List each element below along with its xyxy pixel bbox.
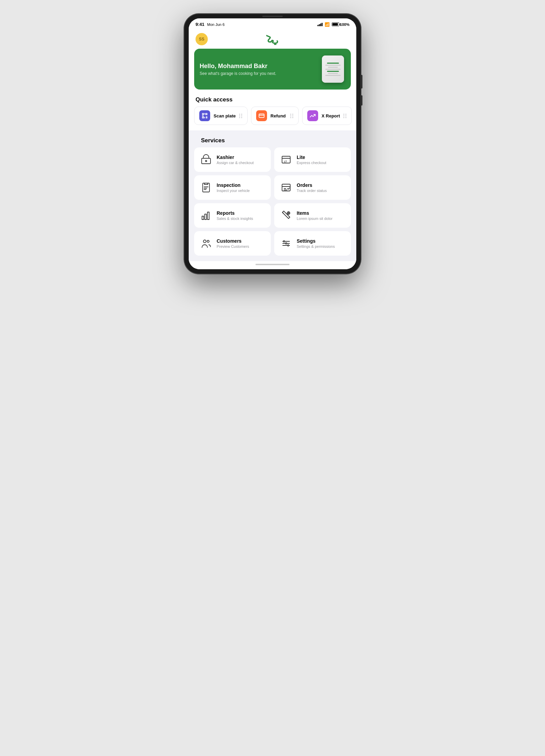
quick-card-x-report[interactable]: X Report <box>302 107 352 125</box>
drag-handle <box>343 114 347 118</box>
hero-greeting: Hello, Mohammad Bakr <box>200 63 322 70</box>
settings-icon <box>280 237 293 250</box>
kashier-name: Kashier <box>217 155 265 160</box>
customers-icon <box>200 237 213 250</box>
tablet-screen: 9:41 Mon Jun 6 📶 100% <box>189 18 356 269</box>
service-card-lite[interactable]: LT Lite Express checkout <box>274 147 351 172</box>
svg-point-15 <box>207 240 209 242</box>
svg-point-14 <box>203 240 206 243</box>
status-time: 9:41 <box>196 22 204 27</box>
items-desc: Lorem ipsum sit dolor <box>297 216 345 221</box>
service-card-reports[interactable]: Reports Sales & stock insights <box>194 203 271 228</box>
service-card-settings[interactable]: Settings Settings & permissions <box>274 231 351 256</box>
service-card-kashier[interactable]: Kashier Assign car & checkout <box>194 147 271 172</box>
scan-plate-label: Scan plate <box>214 113 236 118</box>
hero-subtitle: See what's garage is cooking for you nex… <box>200 71 322 76</box>
reports-desc: Sales & stock insights <box>217 216 265 221</box>
drag-handle <box>239 114 243 118</box>
svg-point-18 <box>287 245 289 246</box>
x-report-label: X Report <box>322 113 340 118</box>
svg-point-5 <box>205 160 207 162</box>
battery-indicator: 100% <box>332 22 349 27</box>
user-avatar[interactable]: SS <box>196 33 208 45</box>
svg-rect-2 <box>202 117 204 118</box>
inspection-icon <box>200 181 213 194</box>
customers-name: Customers <box>217 238 265 244</box>
drag-handle <box>290 114 294 118</box>
reports-icon <box>200 209 213 222</box>
refund-icon <box>256 110 267 121</box>
svg-rect-1 <box>206 113 207 115</box>
svg-point-16 <box>283 241 285 242</box>
app-logo: كي <box>267 34 278 45</box>
svg-rect-4 <box>202 158 211 164</box>
services-grid: Kashier Assign car & checkout LT <box>194 147 351 256</box>
svg-rect-3 <box>259 114 264 118</box>
customers-desc: Preview Customers <box>217 244 265 248</box>
svg-rect-0 <box>202 113 204 115</box>
inspection-desc: Inspect your vehicle <box>217 189 265 193</box>
svg-rect-10 <box>202 216 204 220</box>
scan-plate-icon <box>199 110 210 121</box>
quick-access-list: Scan plate <box>189 107 356 128</box>
x-report-icon <box>307 110 318 121</box>
inspection-name: Inspection <box>217 182 265 188</box>
items-name: Items <box>297 210 345 216</box>
lite-name: Lite <box>297 155 345 160</box>
refund-label: Refund <box>270 113 287 118</box>
app-header: SS كي <box>189 29 356 49</box>
service-card-inspection[interactable]: Inspection Inspect your vehicle <box>194 175 271 200</box>
lite-desc: Express checkout <box>297 161 345 165</box>
services-section: Services K <box>189 130 356 261</box>
svg-rect-11 <box>205 214 206 220</box>
quick-access-title: Quick access <box>189 95 356 107</box>
orders-icon <box>280 181 293 194</box>
hero-banner: Hello, Mohammad Bakr See what's garage i… <box>194 49 351 90</box>
svg-point-17 <box>285 243 287 244</box>
orders-desc: Track order status <box>297 189 345 193</box>
signal-icon <box>317 23 323 26</box>
home-indicator <box>189 261 356 269</box>
settings-name: Settings <box>297 238 345 244</box>
svg-text:LT: LT <box>284 160 287 163</box>
svg-rect-12 <box>207 212 209 220</box>
service-card-orders[interactable]: Orders Track order status <box>274 175 351 200</box>
settings-desc: Settings & permissions <box>297 244 345 248</box>
orders-name: Orders <box>297 182 345 188</box>
quick-card-scan-plate[interactable]: Scan plate <box>194 107 248 125</box>
home-bar <box>255 264 290 265</box>
wifi-icon: 📶 <box>325 22 330 27</box>
quick-access-section: Quick access Scan pla <box>189 95 356 130</box>
services-title: Services <box>194 136 351 147</box>
status-bar: 9:41 Mon Jun 6 📶 100% <box>189 18 356 29</box>
lite-icon: LT <box>280 153 293 166</box>
hero-phone-image <box>322 55 344 83</box>
items-icon <box>280 209 293 222</box>
quick-card-refund[interactable]: Refund <box>251 107 299 125</box>
tablet-device: 9:41 Mon Jun 6 📶 100% <box>184 14 361 274</box>
status-date: Mon Jun 6 <box>207 22 224 27</box>
service-card-customers[interactable]: Customers Preview Customers <box>194 231 271 256</box>
kashier-icon <box>200 153 213 166</box>
reports-name: Reports <box>217 210 265 216</box>
kashier-desc: Assign car & checkout <box>217 161 265 165</box>
service-card-items[interactable]: Items Lorem ipsum sit dolor <box>274 203 351 228</box>
